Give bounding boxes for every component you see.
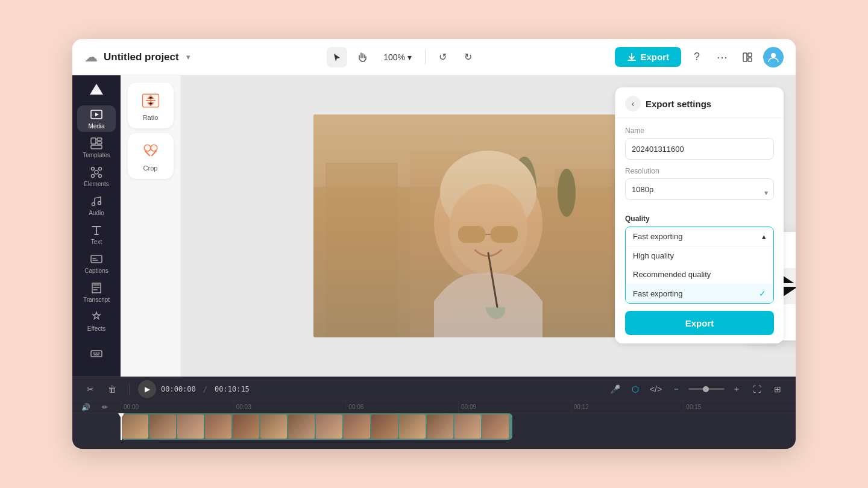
svg-point-15 bbox=[92, 203, 95, 206]
export-button[interactable]: Export bbox=[615, 47, 681, 67]
zoom-slider-track[interactable] bbox=[688, 388, 725, 390]
ruler-mark-0: 00:00 bbox=[121, 401, 233, 413]
svg-point-31 bbox=[434, 163, 542, 283]
tl-caption-button[interactable]: ⬡ bbox=[627, 381, 644, 398]
canvas-area: ‹ Export settings Name Resolution 480p 7… bbox=[181, 75, 796, 377]
more-options-button[interactable]: ⋯ bbox=[712, 48, 732, 67]
main-area: Media Templates Elements Audio Text Capt… bbox=[72, 75, 796, 377]
sidebar-item-transcript[interactable]: Transcript bbox=[77, 279, 116, 305]
app-logo bbox=[85, 81, 108, 99]
sidebar-item-elements[interactable]: Elements bbox=[77, 163, 116, 190]
sidebar-item-keyboard[interactable] bbox=[77, 337, 116, 371]
svg-point-21 bbox=[151, 145, 157, 151]
svg-rect-2 bbox=[748, 58, 752, 61]
help-button[interactable]: ? bbox=[687, 48, 706, 67]
track-frame bbox=[233, 414, 259, 439]
svg-rect-0 bbox=[743, 53, 747, 61]
redo-button[interactable]: ↻ bbox=[458, 47, 479, 67]
svg-rect-8 bbox=[97, 142, 102, 144]
tl-zoom-in-button[interactable]: ＋ bbox=[728, 381, 745, 398]
hand-tool-button[interactable] bbox=[352, 47, 373, 67]
quality-option-high[interactable]: High quality bbox=[626, 246, 773, 265]
zoom-chevron-icon: ▾ bbox=[407, 52, 412, 62]
ruler-mark-4: 00:12 bbox=[571, 401, 684, 413]
svg-rect-17 bbox=[91, 255, 102, 263]
tl-fullscreen-button[interactable]: ⛶ bbox=[749, 381, 766, 398]
svg-rect-35 bbox=[491, 226, 518, 243]
ratio-tool[interactable]: Ratio bbox=[128, 83, 174, 128]
svg-point-33 bbox=[449, 184, 527, 274]
zoom-button[interactable]: 100% ▾ bbox=[377, 50, 418, 64]
export-back-button[interactable]: ‹ bbox=[625, 96, 641, 111]
quality-check-icon: ✓ bbox=[759, 289, 766, 298]
resolution-select[interactable]: 480p 720p 1080p 2K 4K bbox=[625, 178, 774, 200]
quality-option-fast[interactable]: Fast exporting ✓ bbox=[626, 284, 773, 303]
project-chevron-icon[interactable]: ▾ bbox=[186, 52, 190, 61]
topbar-right: Export ? ⋯ bbox=[615, 47, 784, 67]
sidebar-label-media: Media bbox=[88, 123, 104, 130]
tl-divider bbox=[129, 383, 130, 395]
name-field-label: Name bbox=[625, 127, 774, 135]
track-frame bbox=[454, 414, 481, 439]
sidebar-item-audio[interactable]: Audio bbox=[77, 192, 116, 219]
track-frame bbox=[205, 414, 231, 439]
svg-rect-34 bbox=[458, 226, 485, 243]
tl-zoom-out-button[interactable]: － bbox=[668, 381, 685, 398]
quality-selected-label: Fast exporting bbox=[633, 232, 682, 241]
export-action-button[interactable]: Export bbox=[625, 311, 774, 335]
svg-point-3 bbox=[771, 53, 776, 58]
timeline-right-controls: 🎤 ⬡ </> － ＋ ⛶ ⊞ bbox=[606, 381, 786, 398]
quality-option-recommended[interactable]: Recommended quality bbox=[626, 265, 773, 284]
sidebar-item-media[interactable]: Media bbox=[77, 105, 116, 132]
sidebar-item-templates[interactable]: Templates bbox=[77, 134, 116, 161]
cloud-icon: ☁ bbox=[84, 49, 98, 65]
name-field-input[interactable] bbox=[625, 138, 774, 160]
quality-high-label: High quality bbox=[633, 251, 674, 260]
tl-subtitle-button[interactable]: </> bbox=[647, 381, 664, 398]
tools-panel: Ratio Crop bbox=[121, 75, 181, 377]
quality-recommended-label: Recommended quality bbox=[633, 270, 711, 279]
ruler-marks: 00:00 00:03 00:06 00:09 00:12 00:15 bbox=[121, 401, 796, 413]
project-title[interactable]: Untitled project bbox=[104, 51, 179, 63]
export-panel-body: Name Resolution 480p 720p 1080p 2K 4K ▾ bbox=[615, 118, 784, 343]
quality-selected-option[interactable]: Fast exporting ▴ bbox=[626, 227, 773, 246]
ruler-mark-2: 00:06 bbox=[345, 401, 458, 413]
timeline-delete-button[interactable]: 🗑 bbox=[104, 381, 121, 398]
sidebar-item-effects[interactable]: Effects bbox=[77, 308, 116, 334]
topbar: ☁ Untitled project ▾ 100% ▾ ↺ ↻ bbox=[72, 39, 796, 75]
sidebar-label-templates: Templates bbox=[83, 152, 110, 158]
track-frame bbox=[482, 414, 509, 439]
timeline-ruler: 🔊 ✏ 00:00 00:03 00:06 00:09 00:12 00:15 bbox=[72, 401, 796, 413]
timecode-current: 00:00:00 bbox=[161, 385, 196, 393]
sidebar-item-text[interactable]: Text bbox=[77, 221, 116, 248]
undo-button[interactable]: ↺ bbox=[433, 47, 453, 67]
crop-tool[interactable]: Crop bbox=[128, 133, 174, 179]
zoom-slider-thumb[interactable] bbox=[703, 386, 709, 392]
export-panel-title: Export settings bbox=[646, 99, 711, 109]
tl-layout-button[interactable]: ⊞ bbox=[769, 381, 786, 398]
track-content[interactable] bbox=[121, 413, 512, 440]
resolution-select-wrapper: 480p 720p 1080p 2K 4K ▾ bbox=[625, 178, 774, 207]
select-tool-button[interactable] bbox=[327, 47, 347, 67]
svg-line-22 bbox=[145, 151, 149, 155]
sidebar-label-effects: Effects bbox=[87, 325, 105, 332]
play-button[interactable]: ▶ bbox=[138, 380, 156, 398]
track-frame bbox=[344, 414, 370, 439]
svg-rect-1 bbox=[748, 53, 752, 57]
track-frame bbox=[122, 414, 148, 439]
sidebar-item-captions[interactable]: Captions bbox=[77, 250, 116, 277]
timeline-cut-button[interactable]: ✂ bbox=[82, 381, 99, 398]
svg-rect-25 bbox=[313, 187, 663, 337]
quality-chevron-up-icon: ▴ bbox=[762, 232, 766, 241]
timeline-body: 🔊 ✏ 00:00 00:03 00:06 00:09 00:12 00:15 bbox=[72, 401, 796, 449]
sidebar-label-captions: Captions bbox=[84, 267, 108, 274]
ruler-mark-1: 00:03 bbox=[233, 401, 346, 413]
tl-mic-button[interactable]: 🎤 bbox=[606, 381, 623, 398]
crop-tool-label: Crop bbox=[143, 164, 158, 172]
playhead-head bbox=[118, 413, 124, 418]
quality-options-list: High quality Recommended quality Fast ex… bbox=[626, 246, 773, 303]
playhead[interactable] bbox=[121, 413, 122, 440]
user-avatar[interactable] bbox=[763, 47, 784, 67]
layout-button[interactable] bbox=[738, 48, 757, 67]
quality-dropdown: Fast exporting ▴ High quality Recommende… bbox=[625, 227, 774, 304]
